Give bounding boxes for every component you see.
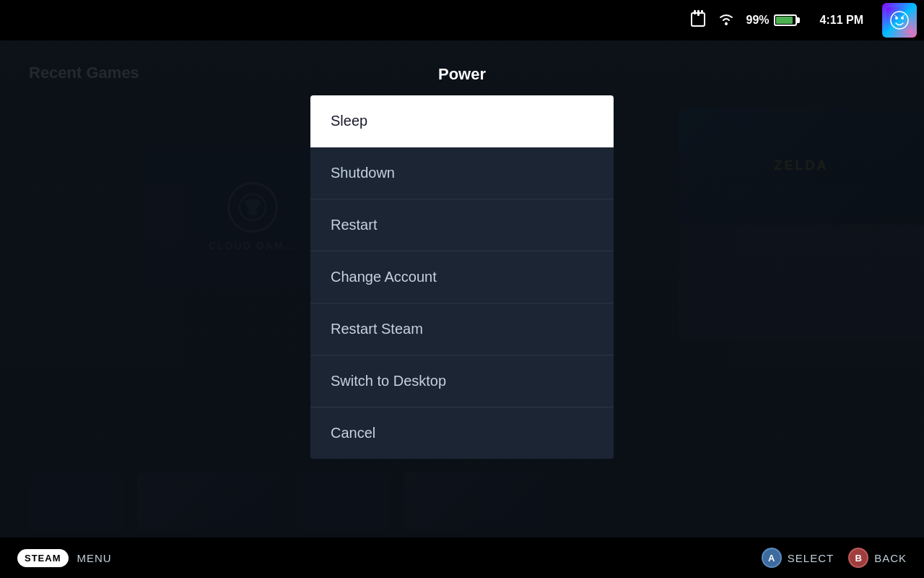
status-icons: 99% 4:11 PM	[690, 10, 876, 31]
a-button-label: A	[768, 553, 775, 564]
menu-item-cancel-label: Cancel	[331, 425, 375, 441]
back-label: BACK	[874, 552, 907, 564]
svg-point-5	[725, 22, 728, 25]
bottom-left-controls: STEAM MENU	[17, 549, 112, 567]
b-button-label: B	[855, 553, 861, 564]
battery-body	[774, 14, 797, 26]
menu-label: MENU	[77, 552, 112, 564]
avatar-image	[886, 7, 912, 33]
back-btn-group: B BACK	[848, 548, 907, 568]
menu-item-change-account-label: Change Account	[331, 269, 437, 285]
power-dialog: Power Sleep Shutdown Restart Change Acco…	[310, 58, 614, 459]
bottom-bar: STEAM MENU A SELECT B BACK	[0, 538, 924, 578]
steam-badge[interactable]: STEAM	[17, 549, 69, 567]
menu-item-change-account[interactable]: Change Account	[310, 251, 614, 303]
b-button[interactable]: B	[848, 548, 868, 568]
menu-item-restart-steam-label: Restart Steam	[331, 321, 423, 337]
wifi-icon	[718, 12, 735, 30]
a-button[interactable]: A	[762, 548, 782, 568]
select-label: SELECT	[788, 552, 834, 564]
svg-rect-2	[694, 10, 696, 14]
svg-rect-3	[697, 10, 699, 16]
svg-rect-4	[701, 10, 703, 14]
battery-fill	[776, 17, 793, 24]
power-dialog-title: Power	[310, 58, 614, 91]
battery-area: 99%	[746, 14, 797, 27]
battery-icon	[774, 14, 797, 26]
user-avatar[interactable]	[882, 3, 917, 38]
menu-item-restart-steam[interactable]: Restart Steam	[310, 303, 614, 355]
menu-item-restart[interactable]: Restart	[310, 199, 614, 251]
sd-card-svg	[690, 10, 706, 27]
svg-point-8	[895, 17, 898, 20]
select-btn-group: A SELECT	[762, 548, 834, 568]
sd-card-icon	[690, 10, 706, 31]
menu-item-sleep-label: Sleep	[331, 113, 367, 129]
svg-point-9	[901, 17, 904, 20]
wifi-svg	[718, 12, 735, 26]
battery-percent: 99%	[746, 14, 770, 27]
status-bar: 99% 4:11 PM	[0, 0, 924, 40]
menu-item-shutdown[interactable]: Shutdown	[310, 147, 614, 199]
menu-item-cancel[interactable]: Cancel	[310, 407, 614, 459]
menu-item-switch-desktop-label: Switch to Desktop	[331, 373, 446, 389]
menu-item-switch-desktop[interactable]: Switch to Desktop	[310, 355, 614, 407]
power-menu-list: Sleep Shutdown Restart Change Account Re…	[310, 95, 614, 459]
time-display: 4:11 PM	[820, 14, 863, 27]
menu-item-restart-label: Restart	[331, 217, 377, 233]
menu-item-shutdown-label: Shutdown	[331, 165, 395, 181]
menu-item-sleep[interactable]: Sleep	[310, 95, 614, 147]
bottom-right-controls: A SELECT B BACK	[762, 548, 907, 568]
